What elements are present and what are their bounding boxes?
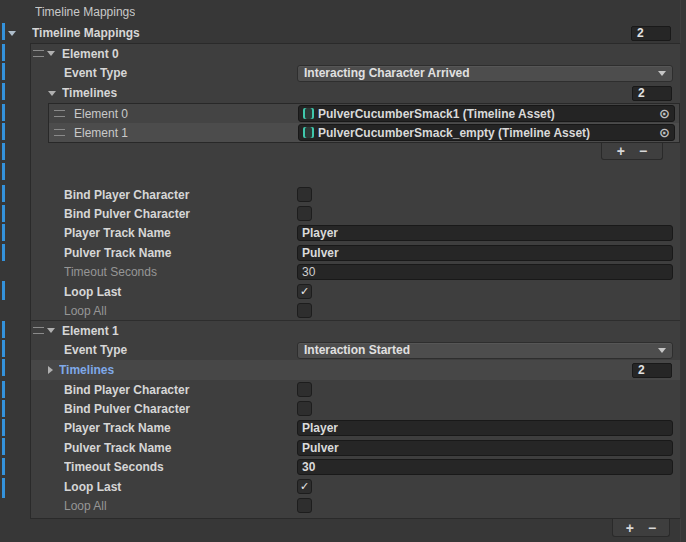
override-bar [2,458,5,475]
field-label: Loop All [64,499,297,513]
pulver-track-name-row: Pulver Track Name [31,438,680,457]
loop-all-row: Loop All [31,496,680,515]
drag-handle-icon[interactable] [54,110,65,117]
loop-all-checkbox-e0[interactable] [297,303,312,318]
loop-last-checkbox-e1[interactable]: ✓ [297,479,312,494]
loop-last-checkbox-e0[interactable]: ✓ [297,284,312,299]
field-label: Bind Pulver Character [64,402,297,416]
foldout-open-icon[interactable] [48,91,56,96]
override-bar [2,44,5,61]
timeline-object-value: PulverCucumberSmack_empty (Timeline Asse… [318,126,590,140]
override-bar [2,163,5,180]
bind-pulver-character-row: Bind Pulver Character [31,204,680,223]
player-track-name-row: Player Track Name [31,418,680,438]
timeline-object-field-0[interactable]: PulverCucumberSmack1 (Timeline Asset) ⊙ [298,105,675,122]
remove-element-button[interactable]: − [639,144,647,158]
timeline-item-label: Element 0 [74,107,298,121]
timelines-size-field-e1[interactable]: 2 [632,363,672,378]
unity-inspector-panel: Timeline Mappings Timeline Mappings 2 El… [0,0,686,542]
drag-handle-icon[interactable] [54,129,65,136]
field-label: Bind Player Character [64,383,297,397]
timeline-asset-icon [303,127,314,138]
spacer [31,164,680,185]
override-bar [2,244,5,261]
foldout-closed-icon[interactable] [48,366,53,374]
dropdown-value: Interaction Started [304,343,410,357]
timeline-object-value: PulverCucumberSmack1 (Timeline Asset) [318,107,555,121]
add-element-button[interactable]: + [626,521,634,535]
timeline-mappings-list: Element 0 Event Type Interacting Charact… [30,43,681,519]
bind-pulver-character-checkbox-e1[interactable] [297,401,312,416]
player-track-name-row: Player Track Name [31,223,680,243]
array-size-field[interactable]: 2 [631,26,671,41]
timeout-seconds-input-e0[interactable] [297,264,673,280]
event-type-label: Event Type [64,343,297,357]
bind-player-character-row: Bind Player Character [31,380,680,399]
object-picker-icon[interactable]: ⊙ [659,126,670,139]
field-label: Bind Player Character [64,188,297,202]
timelines-title-e1: Timelines [59,363,114,377]
object-picker-icon[interactable]: ⊙ [659,107,670,120]
timeline-item-row[interactable]: Element 1 PulverCucumberSmack_empty (Tim… [49,123,679,142]
override-bar [2,359,5,376]
foldout-open-icon[interactable] [8,31,16,36]
timelines-list-e0: Element 0 PulverCucumberSmack1 (Timeline… [48,103,680,143]
field-label: Timeout Seconds [64,265,297,279]
loop-all-checkbox-e1[interactable] [297,498,312,513]
timeline-mappings-foldout-row[interactable]: Timeline Mappings 2 [0,23,686,43]
element-0-header[interactable]: Element 0 [31,44,680,63]
field-label: Player Track Name [64,421,297,435]
foldout-open-icon[interactable] [47,51,55,56]
dropdown-value: Interacting Character Arrived [304,66,470,80]
bind-player-character-checkbox-e1[interactable] [297,382,312,397]
pulver-track-name-input-e0[interactable] [297,245,673,261]
bind-player-character-row: Bind Player Character [31,185,680,204]
timeline-mappings-list-footer: + − [0,519,686,539]
override-bar [2,104,5,121]
foldout-open-icon[interactable] [47,328,55,333]
bind-player-character-checkbox-e0[interactable] [297,187,312,202]
override-bar [2,419,5,436]
drag-handle-icon[interactable] [33,50,44,57]
check-icon: ✓ [300,481,309,492]
element-0-title: Element 0 [62,47,119,61]
field-label: Loop Last [64,285,297,299]
timeline-item-row[interactable]: Element 0 PulverCucumberSmack1 (Timeline… [49,104,679,123]
override-bar [2,381,5,398]
bind-pulver-character-row: Bind Pulver Character [31,399,680,418]
add-element-button[interactable]: + [617,144,625,158]
field-label: Loop Last [64,480,297,494]
timelines-foldout-row-e1[interactable]: Timelines 2 [31,360,680,380]
property-label: Timeline Mappings [35,5,135,19]
element-1-section: Element 1 Event Type Interaction Started… [31,320,680,515]
timelines-foldout-row-e0[interactable]: Timelines 2 [31,83,680,103]
timeline-item-label: Element 1 [74,126,298,140]
override-bar [2,321,5,338]
override-bar [2,400,5,417]
drag-handle-icon[interactable] [33,327,44,334]
loop-last-row: Loop Last ✓ [31,282,680,301]
field-label: Pulver Track Name [64,441,297,455]
event-type-row: Event Type Interacting Character Arrived [31,63,680,83]
timeline-object-field-1[interactable]: PulverCucumberSmack_empty (Timeline Asse… [298,124,675,141]
timeout-seconds-input-e1[interactable] [297,459,673,475]
override-bar [2,63,5,80]
scroll-gutter-line [680,0,681,542]
element-1-header[interactable]: Element 1 [31,321,680,340]
remove-element-button[interactable]: − [648,521,656,535]
player-track-name-input-e1[interactable] [297,420,673,436]
timeout-seconds-row: Timeout Seconds [31,262,680,282]
bind-pulver-character-checkbox-e0[interactable] [297,206,312,221]
timelines-title-e0: Timelines [62,86,117,100]
timelines-size-field-e0[interactable]: 2 [632,86,672,101]
player-track-name-input-e0[interactable] [297,225,673,241]
event-type-dropdown-e0[interactable]: Interacting Character Arrived [297,65,673,82]
timeout-seconds-row: Timeout Seconds [31,457,680,477]
loop-all-row: Loop All [31,301,680,320]
timelines-list-footer-e0: + − [31,143,680,164]
loop-last-row: Loop Last ✓ [31,477,680,496]
event-type-dropdown-e1[interactable]: Interaction Started [297,342,673,359]
event-type-row: Event Type Interaction Started [31,340,680,360]
pulver-track-name-input-e1[interactable] [297,440,673,456]
element-1-title: Element 1 [62,324,119,338]
